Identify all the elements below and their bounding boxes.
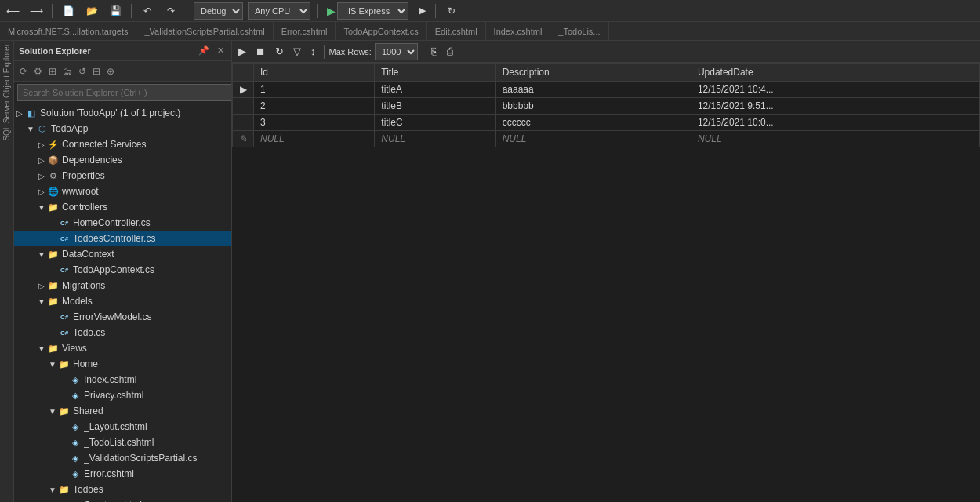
col-description[interactable]: Description <box>495 64 691 82</box>
tree-item-home[interactable]: ▼📁Home <box>14 356 231 372</box>
se-title: Solution Explorer <box>19 46 91 56</box>
col-title[interactable]: Title <box>375 64 495 82</box>
tree-item-wwwroot[interactable]: ▷🌐wwwroot <box>14 184 231 199</box>
row-title-cell: titleB <box>375 98 495 115</box>
table-row[interactable]: ▶1titleAaaaaaa12/15/2021 10:4... <box>233 82 980 98</box>
sync-button[interactable]: ⟳ <box>17 64 30 78</box>
tree-item-error-cshtml[interactable]: ◈Error.cshtml <box>14 466 231 482</box>
tree-item-validationscripts[interactable]: ◈_ValidationScriptsPartial.cs <box>14 450 231 466</box>
tab-error[interactable]: Error.cshtml <box>274 22 336 40</box>
tree-label-deps: Dependencies <box>62 155 122 166</box>
undo-button[interactable]: ↶ <box>138 3 157 19</box>
forward-button[interactable]: ⟶ <box>27 3 45 19</box>
col-updateddate[interactable]: UpdatedDate <box>691 64 979 82</box>
tree-item-props[interactable]: ▷⚙Properties <box>14 168 231 184</box>
row-description-cell: aaaaaa <box>495 82 691 98</box>
separator-3 <box>187 4 187 18</box>
solution-explorer: Solution Explorer 📌 ✕ ⟳ ⚙ ⊞ 🗂 ↺ ⊟ ⊕ ▷◧So… <box>14 41 232 502</box>
tree-label-solution: Solution 'TodoApp' (1 of 1 project) <box>40 107 180 118</box>
se-search-input[interactable] <box>17 84 232 101</box>
table-row[interactable]: ✎NULLNULLNULLNULL <box>233 131 980 147</box>
save-button[interactable]: 💾 <box>106 3 125 19</box>
start-debug-button[interactable]: ▶ <box>416 4 429 17</box>
tree-item-todoapp[interactable]: ▼⬡TodoApp <box>14 121 231 136</box>
tree-icon-views: 📁 <box>47 342 60 355</box>
tree-item-models[interactable]: ▼📁Models <box>14 293 231 309</box>
redo-button[interactable]: ↷ <box>162 3 180 19</box>
tab-index[interactable]: Index.cshtml <box>486 22 551 40</box>
view-button[interactable]: ⊕ <box>104 64 117 78</box>
platform-dropdown[interactable]: Any CPU <box>248 2 310 20</box>
tree-arrow-views: ▼ <box>36 344 47 353</box>
tree-item-controllers[interactable]: ▼📁Controllers <box>14 199 231 215</box>
tree-label-shared: Shared <box>73 406 103 417</box>
tree-arrow-todoapp: ▼ <box>25 125 36 133</box>
stop-query-button[interactable]: ⏹ <box>252 44 269 59</box>
collapse-button[interactable]: ⊟ <box>90 64 103 78</box>
tree-icon-homecontroller: C# <box>58 216 71 229</box>
iis-express-dropdown[interactable]: IIS Express <box>337 2 408 20</box>
tree-item-migrations[interactable]: ▷📁Migrations <box>14 278 231 293</box>
pin-icon[interactable]: 📌 <box>196 45 212 56</box>
tree-item-index-cshtml[interactable]: ◈Index.cshtml <box>14 372 231 387</box>
script-all-button[interactable]: ⎙ <box>444 44 456 59</box>
tree-arrow-deps: ▷ <box>36 156 47 165</box>
tree-label-errorviewmodel: ErrorViewModel.cs <box>73 311 151 322</box>
se-toolbar: ⟳ ⚙ ⊞ 🗂 ↺ ⊟ ⊕ <box>14 61 231 82</box>
save-icon: 💾 <box>109 5 122 17</box>
refresh-query-button[interactable]: ↻ <box>272 44 287 59</box>
execute-query-button[interactable]: ▶ <box>235 44 249 59</box>
script-button[interactable]: ⎘ <box>428 44 441 59</box>
tab-edit[interactable]: Edit.cshtml <box>427 22 486 40</box>
tree-item-create-cshtml[interactable]: ◈Create.cshtml <box>14 497 231 502</box>
max-rows-select[interactable]: 1000 500 200 100 <box>375 43 418 60</box>
tree-item-todoappcontext[interactable]: C#TodoAppContext.cs <box>14 262 231 278</box>
tree-item-layout-cshtml[interactable]: ◈_Layout.cshtml <box>14 419 231 435</box>
show-all-files-button[interactable]: 🗂 <box>60 64 74 78</box>
props-button[interactable]: ⚙ <box>31 64 45 78</box>
tree-item-privacy-cshtml[interactable]: ◈Privacy.cshtml <box>14 387 231 403</box>
open-icon: 📂 <box>85 5 98 17</box>
tree-icon-create-cshtml: ◈ <box>69 499 82 502</box>
open-button[interactable]: 📂 <box>82 3 101 19</box>
tree-item-views[interactable]: ▼📁Views <box>14 340 231 356</box>
tree-item-todo[interactable]: C#Todo.cs <box>14 325 231 340</box>
tree-label-todoes: Todoes <box>73 484 103 495</box>
close-icon[interactable]: ✕ <box>215 45 227 56</box>
tree-item-deps[interactable]: ▷📦Dependencies <box>14 152 231 168</box>
tree-item-todoes[interactable]: ▼📁Todoes <box>14 482 231 497</box>
tree-label-layout-cshtml: _Layout.cshtml <box>84 421 147 432</box>
separator-1 <box>52 4 53 18</box>
refresh-icon: ↻ <box>445 5 458 17</box>
filter-button[interactable]: ⊞ <box>46 64 59 78</box>
tree-icon-models: 📁 <box>47 295 60 307</box>
table-row[interactable]: 2titleBbbbbbb12/15/2021 9:51... <box>233 98 980 115</box>
new-file-icon: 📄 <box>62 5 74 17</box>
tree-item-homecontroller[interactable]: C#HomeController.cs <box>14 215 231 231</box>
row-title-cell: titleA <box>375 82 495 98</box>
tree-item-todoescontroller[interactable]: C#TodoesController.cs <box>14 231 231 246</box>
table-row[interactable]: 3titleCcccccc12/15/2021 10:0... <box>233 115 980 131</box>
tree-item-datacontext[interactable]: ▼📁DataContext <box>14 246 231 262</box>
refresh-button[interactable]: ↻ <box>442 3 461 19</box>
tab-todocontext[interactable]: TodoAppContext.cs <box>336 22 426 40</box>
tab-validation[interactable]: _ValidationScriptsPartial.cshtml <box>136 22 273 40</box>
refresh-se-button[interactable]: ↺ <box>76 64 89 78</box>
tree-item-shared[interactable]: ▼📁Shared <box>14 403 231 419</box>
configuration-dropdown[interactable]: Debug <box>194 2 243 20</box>
tree-icon-solution: ◧ <box>25 107 38 119</box>
tab-todolist[interactable]: _TodoLis... <box>550 22 608 40</box>
col-id[interactable]: Id <box>254 64 375 82</box>
back-button[interactable]: ⟵ <box>3 3 22 19</box>
tree-item-todolist-cshtml[interactable]: ◈_TodoList.cshtml <box>14 435 231 450</box>
tree-item-solution[interactable]: ▷◧Solution 'TodoApp' (1 of 1 project) <box>14 105 231 121</box>
new-file-button[interactable]: 📄 <box>59 3 78 19</box>
play-button[interactable]: ▶ IIS Express <box>324 1 412 21</box>
se-header-icons: 📌 ✕ <box>196 45 227 56</box>
tree-item-errorviewmodel[interactable]: C#ErrorViewModel.cs <box>14 309 231 325</box>
max-rows-label: Max Rows: <box>329 47 372 56</box>
tab-ms-targets[interactable]: Microsoft.NET.S...ilation.targets <box>0 22 136 40</box>
filter-query-button[interactable]: ▽ <box>290 44 304 59</box>
tree-item-connected[interactable]: ▷⚡Connected Services <box>14 136 231 152</box>
sort-query-button[interactable]: ↕ <box>307 44 319 59</box>
